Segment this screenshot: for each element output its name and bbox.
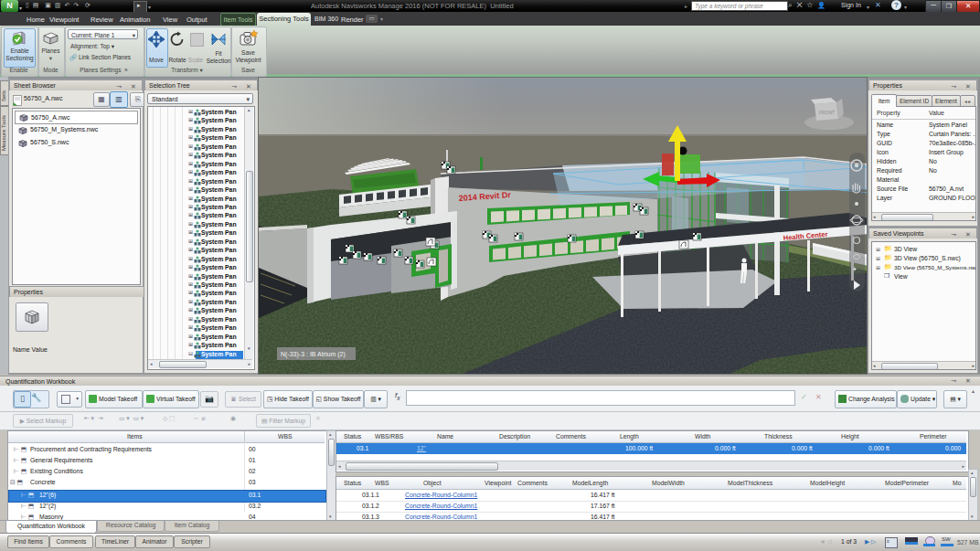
svg-text:FRONT: FRONT — [819, 110, 835, 115]
svg-text:N(-33)-3 : IB Atrium (2): N(-33)-3 : IB Atrium (2) — [281, 351, 346, 358]
svg-text:✦: ✦ — [852, 266, 858, 272]
